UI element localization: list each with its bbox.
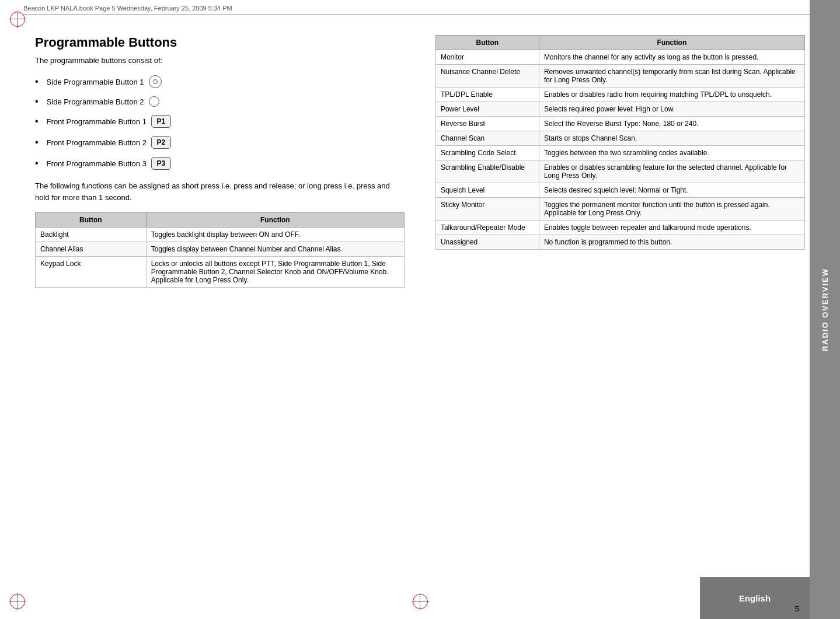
following-text: The following functions can be assigned … (35, 180, 405, 203)
table-cell-function: Starts or stops Channel Scan. (539, 131, 804, 146)
table-cell-function: Enables toggle between repeater and talk… (539, 221, 804, 235)
left-table-header-button: Button (36, 213, 147, 228)
reg-mark-mid-bottom (412, 593, 429, 610)
front-btn-1-icon: P1 (151, 115, 171, 128)
table-cell-button: Monitor (435, 50, 539, 65)
table-row: Scrambling Enable/DisableEnables or disa… (435, 160, 804, 183)
table-row: Talkaround/Repeater ModeEnables toggle b… (435, 221, 804, 235)
table-cell-button: Scrambling Enable/Disable (435, 160, 539, 183)
front-btn-3-icon: P3 (151, 157, 171, 170)
right-sidebar: RADIO OVERVIEW (810, 0, 840, 619)
topbar: Beacon LKP NALA.book Page 5 Wednesday, F… (23, 5, 817, 15)
button-label-1: Side Programmable Button 1 (47, 78, 144, 86)
table-cell-function: Monitors the channel for any activity as… (539, 50, 804, 65)
list-item: • Front Programmable Button 3 P3 (35, 157, 405, 170)
bullet: • (35, 96, 39, 107)
table-row: Scrambling Code SelectToggles between th… (435, 146, 804, 160)
bullet: • (35, 137, 39, 148)
right-function-table: Button Function MonitorMonitors the chan… (435, 35, 805, 250)
reg-mark-bl (9, 593, 26, 610)
table-cell-function: No function is programmed to this button… (539, 235, 804, 250)
button-label-4: Front Programmable Button 2 (47, 138, 147, 147)
table-cell-button: Squelch Level (435, 183, 539, 198)
page-number: 5 (795, 604, 799, 613)
english-label: English (739, 593, 771, 603)
button-label-5: Front Programmable Button 3 (47, 159, 147, 168)
list-item: • Side Programmable Button 2 (35, 96, 405, 107)
table-cell-button: Scrambling Code Select (435, 146, 539, 160)
table-row: Channel ScanStarts or stops Channel Scan… (435, 131, 804, 146)
main-content: Programmable Buttons The programmable bu… (35, 35, 805, 584)
table-row: Channel AliasToggles display between Cha… (36, 242, 405, 257)
left-function-table: Button Function BacklightToggles backlig… (35, 212, 405, 288)
table-row: TPL/DPL EnableEnables or disables radio … (435, 88, 804, 102)
table-cell-function: Removes unwanted channel(s) temporarily … (539, 65, 804, 88)
table-row: Reverse BurstSelect the Reverse Burst Ty… (435, 117, 804, 131)
table-cell-button: Reverse Burst (435, 117, 539, 131)
table-cell-button: Sticky Monitor (435, 198, 539, 221)
table-row: Nuisance Channel DeleteRemoves unwanted … (435, 65, 804, 88)
table-cell-function: Selects required power level: High or Lo… (539, 102, 804, 117)
right-column: Button Function MonitorMonitors the chan… (435, 35, 805, 250)
table-cell-function: Toggles the permanent monitor function u… (539, 198, 804, 221)
table-cell-button: Keypad Lock (36, 257, 147, 288)
table-row: UnassignedNo function is programmed to t… (435, 235, 804, 250)
table-cell-function: Toggles between the two scrambling codes… (539, 146, 804, 160)
table-cell-function: Enables or disables scrambling feature f… (539, 160, 804, 183)
table-cell-function: Selects desired squelch level: Normal or… (539, 183, 804, 198)
table-cell-function: Toggles display between Channel Number a… (146, 242, 404, 257)
side-btn-2-icon (149, 96, 159, 107)
table-cell-button: Power Level (435, 102, 539, 117)
table-row: Sticky MonitorToggles the permanent moni… (435, 198, 804, 221)
table-cell-button: Backlight (36, 228, 147, 242)
table-cell-button: Nuisance Channel Delete (435, 65, 539, 88)
button-label-3: Front Programmable Button 1 (47, 117, 147, 126)
list-item: • Front Programmable Button 2 P2 (35, 136, 405, 149)
sidebar-label: RADIO OVERVIEW (821, 268, 829, 351)
table-cell-button: Channel Scan (435, 131, 539, 146)
table-cell-function: Enables or disables radio from requiring… (539, 88, 804, 102)
intro-text: The programmable buttons consist of: (35, 56, 405, 65)
table-cell-button: Unassigned (435, 235, 539, 250)
left-column: Programmable Buttons The programmable bu… (35, 35, 405, 288)
table-row: Squelch LevelSelects desired squelch lev… (435, 183, 804, 198)
list-item: • Front Programmable Button 1 P1 (35, 115, 405, 128)
table-row: MonitorMonitors the channel for any acti… (435, 50, 804, 65)
table-row: Keypad LockLocks or unlocks all buttons … (36, 257, 405, 288)
front-btn-2-icon: P2 (151, 136, 171, 149)
table-row: Power LevelSelects required power level:… (435, 102, 804, 117)
table-cell-button: Talkaround/Repeater Mode (435, 221, 539, 235)
right-table-header-button: Button (435, 36, 539, 50)
right-table-header-function: Function (539, 36, 804, 50)
button-list: • Side Programmable Button 1 • Side Prog… (35, 75, 405, 170)
table-cell-button: TPL/DPL Enable (435, 88, 539, 102)
table-cell-button: Channel Alias (36, 242, 147, 257)
topbar-text: Beacon LKP NALA.book Page 5 Wednesday, F… (23, 5, 232, 12)
bullet: • (35, 158, 39, 169)
bullet: • (35, 116, 39, 127)
page-title: Programmable Buttons (35, 35, 405, 50)
table-cell-function: Toggles backlight display between ON and… (146, 228, 404, 242)
list-item: • Side Programmable Button 1 (35, 75, 405, 88)
table-cell-function: Select the Reverse Burst Type: None, 180… (539, 117, 804, 131)
side-btn-1-icon (149, 75, 162, 88)
table-cell-function: Locks or unlocks all buttons except PTT,… (146, 257, 404, 288)
bullet: • (35, 76, 39, 87)
table-row: BacklightToggles backlight display betwe… (36, 228, 405, 242)
left-table-header-function: Function (146, 213, 404, 228)
button-label-2: Side Programmable Button 2 (47, 97, 144, 106)
